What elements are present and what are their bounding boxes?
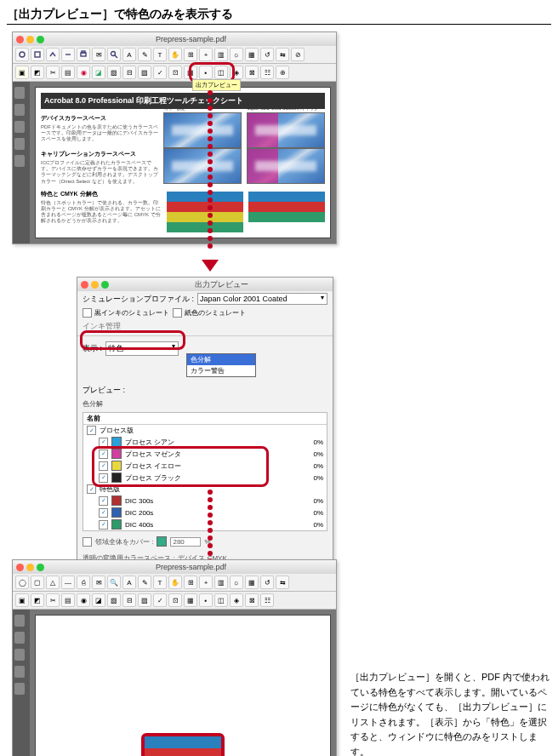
output-preview-button[interactable]: ▦ xyxy=(184,66,197,79)
toolbar-button[interactable]: A xyxy=(122,48,136,61)
toolbar-button[interactable]: ⊕ xyxy=(276,66,289,79)
toolbar-button[interactable]: ⊟ xyxy=(122,66,136,79)
coverage-checkbox[interactable] xyxy=(83,537,92,547)
toolbar-button[interactable]: ▤ xyxy=(61,593,75,607)
toolbar-button[interactable]: T xyxy=(153,48,167,61)
toolbar-button[interactable]: ☼ xyxy=(230,576,243,589)
dropdown-option[interactable]: 色分解 xyxy=(187,354,255,365)
toolbar-button[interactable]: ✉ xyxy=(92,48,105,61)
toolbar-button[interactable]: ✉ xyxy=(92,576,105,589)
toolbar-button[interactable]: ✎ xyxy=(138,48,151,61)
nav-tab[interactable] xyxy=(14,138,25,150)
toolbar-button[interactable]: ▨ xyxy=(138,66,151,79)
zoom-icon[interactable] xyxy=(101,281,109,289)
toolbar-button[interactable]: ◈ xyxy=(230,593,243,607)
toolbar-button[interactable]: ◫ xyxy=(214,66,228,79)
toolbar-button[interactable]: ⇆ xyxy=(276,576,289,589)
close-icon[interactable] xyxy=(16,36,24,43)
zoom-in-icon[interactable]: + xyxy=(199,48,213,61)
dropdown-option[interactable]: カラー警告 xyxy=(187,365,255,376)
toolbar-button[interactable]: ✂ xyxy=(46,66,60,79)
sim-paper-checkbox[interactable] xyxy=(173,308,182,318)
toolbar-button[interactable]: ▦ xyxy=(245,576,259,589)
toolbar-button[interactable]: ⊟ xyxy=(122,593,136,607)
plate-checkbox[interactable]: ✓ xyxy=(87,484,96,494)
minimize-icon[interactable] xyxy=(91,281,99,289)
toolbar-button[interactable]: ↺ xyxy=(260,48,274,61)
toolbar-button[interactable]: ⊞ xyxy=(184,48,197,61)
toolbar-button[interactable]: ▣ xyxy=(15,66,29,79)
toolbar-button[interactable]: ◫ xyxy=(214,593,228,607)
plate-checkbox[interactable]: ✓ xyxy=(99,450,108,459)
toolbar-button[interactable]: ☷ xyxy=(260,66,274,79)
toolbar-button[interactable]: ▣ xyxy=(15,593,29,607)
plate-checkbox[interactable]: ✓ xyxy=(87,426,96,435)
minimize-icon[interactable] xyxy=(26,36,34,43)
toolbar-button[interactable]: ⇆ xyxy=(276,48,289,61)
plate-checkbox[interactable]: ✓ xyxy=(99,508,108,518)
toolbar-button[interactable]: A xyxy=(122,576,136,589)
profile-select[interactable]: Japan Color 2001 Coated xyxy=(197,293,327,305)
toolbar-button[interactable]: ◪ xyxy=(92,66,105,79)
toolbar-button[interactable]: ▧ xyxy=(107,593,121,607)
toolbar-button[interactable]: T xyxy=(153,576,167,589)
toolbar-button[interactable]: ◉ xyxy=(77,593,90,607)
plate-checkbox[interactable]: ✓ xyxy=(99,438,108,447)
toolbar-button[interactable]: ▧ xyxy=(107,66,121,79)
toolbar-button[interactable]: ✓ xyxy=(153,593,167,607)
toolbar-button[interactable]: ◩ xyxy=(31,593,44,607)
toolbar-button[interactable]: ▤ xyxy=(61,66,75,79)
nav-tab[interactable] xyxy=(14,649,25,661)
nav-tab[interactable] xyxy=(14,615,25,627)
toolbar-button[interactable]: ⊡ xyxy=(168,66,182,79)
toolbar-button[interactable]: ◉ xyxy=(77,66,90,79)
toolbar-button[interactable]: ⊘ xyxy=(291,48,305,61)
toolbar-button[interactable]: △ xyxy=(46,576,60,589)
toolbar-button[interactable]: ◪ xyxy=(92,593,105,607)
print-icon[interactable] xyxy=(77,48,90,61)
nav-tab[interactable] xyxy=(14,632,25,644)
close-icon[interactable] xyxy=(81,281,88,289)
toolbar-button[interactable]: ▥ xyxy=(214,576,228,589)
coverage-field[interactable]: 280 xyxy=(170,537,201,547)
toolbar-button[interactable] xyxy=(31,48,44,61)
plate-checkbox[interactable]: ✓ xyxy=(99,473,108,483)
nav-tab[interactable] xyxy=(14,87,25,99)
toolbar-button[interactable]: ▢ xyxy=(31,576,44,589)
toolbar-button[interactable] xyxy=(61,48,75,61)
nav-tab[interactable] xyxy=(14,666,25,678)
toolbar-button[interactable]: ☼ xyxy=(230,48,243,61)
zoom-icon[interactable] xyxy=(37,564,44,571)
nav-tab[interactable] xyxy=(14,121,25,133)
toolbar-button[interactable]: ◈ xyxy=(230,66,243,79)
search-icon[interactable] xyxy=(107,48,121,61)
toolbar-button[interactable]: ▥ xyxy=(214,48,228,61)
toolbar-button[interactable]: ✎ xyxy=(138,576,151,589)
hand-icon[interactable]: ✋ xyxy=(168,576,182,589)
zoom-in-icon[interactable]: + xyxy=(199,576,213,589)
toolbar-button[interactable]: ⊠ xyxy=(245,593,259,607)
toolbar-button[interactable]: ⊠ xyxy=(245,66,259,79)
nav-tab[interactable] xyxy=(14,683,25,695)
plate-checkbox[interactable]: ✓ xyxy=(99,520,108,530)
toolbar-button[interactable]: ▦ xyxy=(184,593,197,607)
toolbar-button[interactable]: ▦ xyxy=(245,48,259,61)
toolbar-button[interactable]: ▨ xyxy=(138,593,151,607)
toolbar-button[interactable] xyxy=(46,48,60,61)
toolbar-button[interactable]: ◩ xyxy=(31,66,44,79)
nav-tab[interactable] xyxy=(14,104,25,116)
ink-admin-link[interactable]: インキ管理 xyxy=(83,321,121,332)
toolbar-button[interactable]: ◯ xyxy=(15,576,29,589)
toolbar-button[interactable]: ⊞ xyxy=(184,576,197,589)
minimize-icon[interactable] xyxy=(26,564,34,571)
toolbar-button[interactable]: ✓ xyxy=(153,66,167,79)
toolbar-button[interactable]: ▪ xyxy=(199,66,213,79)
toolbar-button[interactable]: ✂ xyxy=(46,593,60,607)
hand-icon[interactable]: ✋ xyxy=(168,48,182,61)
plate-checkbox[interactable]: ✓ xyxy=(99,461,108,471)
toolbar-button[interactable]: ☷ xyxy=(260,593,274,607)
sim-black-checkbox[interactable] xyxy=(83,308,92,318)
search-icon[interactable]: 🔍 xyxy=(107,576,121,589)
toolbar-button[interactable]: ▪ xyxy=(199,593,213,607)
toolbar-button[interactable]: ↺ xyxy=(260,576,274,589)
